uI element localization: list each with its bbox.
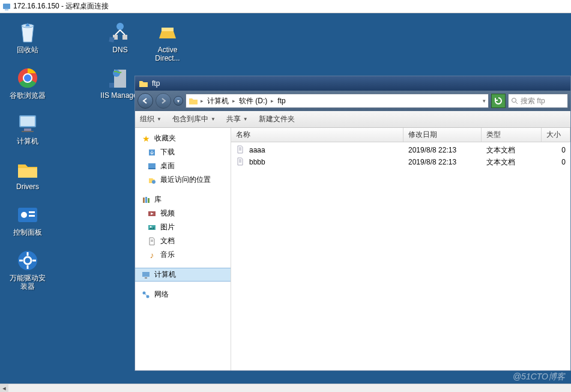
star-icon: ★ [141, 134, 151, 143]
desktop-icons-col3: Active Direct... [145, 19, 190, 64]
forward-button[interactable] [156, 93, 171, 109]
new-folder-button[interactable]: 新建文件夹 [259, 114, 295, 124]
svg-point-10 [21, 212, 27, 218]
rdp-title: 172.16.16.150 - 远程桌面连接 [13, 1, 109, 11]
explorer-sidebar: ★收藏夹 下载 桌面 最近访问的位置 库 视频 图片 文档 ♪音乐 计算机 [135, 128, 231, 370]
sidebar-favorites[interactable]: ★收藏夹 [135, 131, 231, 145]
sidebar-libraries[interactable]: 库 [135, 193, 231, 207]
computer-icon [16, 112, 40, 136]
explorer-titlebar[interactable]: ftp [135, 76, 570, 91]
desktop-label: DNS [112, 46, 127, 54]
control-panel-icon [16, 203, 40, 227]
svg-line-23 [120, 30, 125, 35]
desktop-label: Drivers [16, 182, 39, 191]
share-button[interactable]: 共享▼ [226, 114, 248, 124]
include-button[interactable]: 包含到库中▼ [172, 114, 216, 124]
breadcrumb-segment[interactable]: 计算机 [206, 96, 230, 106]
desktop-icon-active-directory[interactable]: Active Direct... [145, 19, 190, 64]
svg-rect-6 [20, 116, 35, 126]
chevron-down-icon[interactable]: ▾ [483, 98, 486, 104]
desktop-label: Active Direct... [147, 46, 189, 62]
organize-button[interactable]: 组织▼ [140, 114, 162, 124]
chevron-down-icon: ▼ [157, 116, 162, 122]
explorer-title-text: ftp [152, 79, 160, 88]
back-button[interactable] [137, 93, 153, 109]
computer-icon [141, 270, 151, 280]
music-icon: ♪ [147, 250, 157, 260]
refresh-button[interactable] [491, 94, 506, 108]
active-directory-icon [156, 20, 180, 44]
col-date[interactable]: 修改日期 [403, 128, 482, 142]
desktop-icon-dns[interactable]: DNS [96, 19, 144, 55]
chevron-right-icon: ▸ [201, 98, 204, 104]
col-size[interactable]: 大小 [542, 128, 570, 142]
svg-rect-35 [145, 197, 147, 203]
sidebar-item-recent[interactable]: 最近访问的位置 [135, 173, 231, 187]
sidebar-computer[interactable]: 计算机 [135, 268, 231, 282]
horizontal-scrollbar[interactable]: ◄ [0, 384, 571, 392]
search-input[interactable]: 搜索 ftp [508, 94, 568, 108]
desktop-icon-computer[interactable]: 计算机 [6, 110, 49, 146]
chevron-right-icon: ▸ [271, 98, 274, 104]
svg-rect-36 [148, 198, 150, 203]
sidebar-item-videos[interactable]: 视频 [135, 207, 231, 220]
text-file-icon [236, 157, 246, 167]
desktop-icons-col1: 回收站 谷歌浏览器 计算机 Drivers 控制面板 万能驱动安装器 [6, 19, 49, 292]
file-row[interactable]: aaaa 2019/8/8 22:13 文本文档 0 [231, 144, 570, 156]
svg-point-28 [512, 98, 516, 103]
desktop-label: 回收站 [17, 46, 38, 54]
folder-icon [139, 79, 148, 88]
svg-point-4 [23, 74, 32, 82]
rdp-window: 172.16.16.150 - 远程桌面连接 回收站 谷歌浏览器 计算机 Dri… [0, 0, 571, 392]
explorer-body: ★收藏夹 下载 桌面 最近访问的位置 库 视频 图片 文档 ♪音乐 计算机 [135, 128, 570, 370]
scroll-left-arrow[interactable]: ◄ [0, 384, 8, 393]
chevron-down-icon: ▼ [211, 116, 216, 122]
svg-rect-21 [122, 35, 127, 40]
gear-icon [16, 249, 40, 273]
sidebar-item-desktop[interactable]: 桌面 [135, 159, 231, 173]
desktop-icon-drivers[interactable]: Drivers [6, 156, 49, 192]
desktop-icon-recycle-bin[interactable]: 回收站 [6, 19, 49, 55]
download-icon [147, 148, 157, 157]
recent-icon [147, 175, 157, 185]
desktop-icon-control-panel[interactable]: 控制面板 [6, 202, 49, 238]
breadcrumb-segment[interactable]: 软件 (D:) [238, 96, 268, 106]
file-list: aaaa 2019/8/8 22:13 文本文档 0 bbbb 2019/8/8… [231, 142, 570, 370]
desktop-label: IIS Manager [100, 91, 139, 100]
svg-point-26 [113, 70, 120, 77]
svg-rect-11 [29, 211, 35, 213]
sidebar-network[interactable]: 网络 [135, 288, 231, 301]
svg-point-19 [116, 23, 124, 30]
file-row[interactable]: bbbb 2019/8/8 22:13 文本文档 0 [231, 156, 570, 168]
rdp-titlebar: 172.16.16.150 - 远程桌面连接 [0, 0, 571, 13]
svg-rect-8 [22, 131, 34, 132]
svg-line-22 [115, 30, 120, 35]
desktop-label: 万能驱动安装器 [7, 274, 48, 291]
col-name[interactable]: 名称 [231, 128, 403, 142]
address-bar[interactable]: ▸ 计算机 ▸ 软件 (D:) ▸ ftp ▾ [186, 94, 489, 108]
folder-icon [16, 157, 40, 181]
svg-rect-12 [29, 215, 35, 217]
desktop-label: 谷歌浏览器 [10, 91, 46, 100]
svg-rect-24 [109, 37, 114, 42]
rdp-icon [2, 2, 11, 11]
recycle-bin-icon [16, 20, 40, 44]
search-icon [511, 97, 518, 104]
svg-rect-32 [148, 168, 156, 169]
sidebar-item-downloads[interactable]: 下载 [135, 145, 231, 159]
col-type[interactable]: 类型 [482, 128, 542, 142]
file-area: 名称 修改日期 类型 大小 aaaa 2019/8/8 22:13 文本文档 0 [231, 128, 570, 370]
desktop-icon-chrome[interactable]: 谷歌浏览器 [6, 65, 49, 101]
chevron-down-icon: ▼ [243, 116, 248, 122]
breadcrumb-segment[interactable]: ftp [276, 97, 286, 105]
picture-icon [147, 223, 157, 232]
svg-rect-7 [24, 128, 31, 131]
sidebar-item-music[interactable]: ♪音乐 [135, 248, 231, 262]
search-placeholder: 搜索 ftp [521, 96, 545, 106]
history-dropdown[interactable]: ▾ [174, 96, 183, 106]
desktop-icon-driver-installer[interactable]: 万能驱动安装器 [6, 247, 49, 292]
sidebar-item-documents[interactable]: 文档 [135, 234, 231, 248]
sidebar-item-pictures[interactable]: 图片 [135, 220, 231, 234]
iis-icon [108, 66, 132, 90]
desktop-label: 计算机 [17, 137, 38, 145]
